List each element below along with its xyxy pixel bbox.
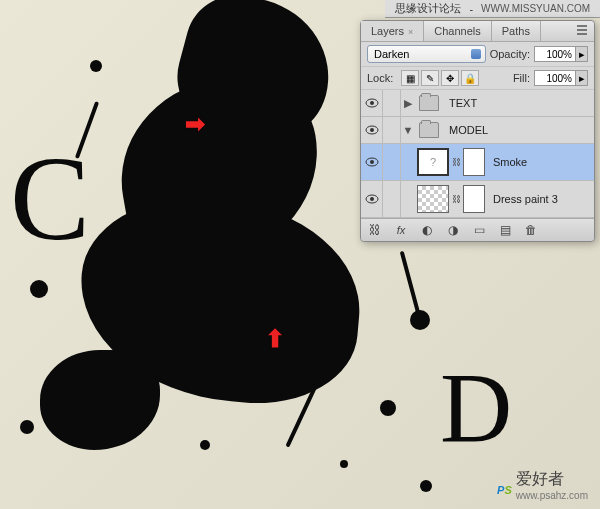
lock-label: Lock: [367, 72, 393, 84]
layer-mask-thumbnail[interactable] [463, 148, 485, 176]
annotation-arrow: ⬆ [265, 325, 285, 353]
annotation-arrow: ➡ [185, 110, 205, 138]
folder-icon [419, 122, 439, 138]
panel-footer: ⛓ fx ◐ ◑ ▭ ▤ 🗑 [361, 218, 594, 241]
layer-name[interactable]: Smoke [487, 156, 594, 168]
fill-input[interactable]: 100% [534, 70, 576, 86]
layer-thumbnail[interactable] [417, 185, 449, 213]
page-header: 思缘设计论坛 - WWW.MISSYUAN.COM [385, 0, 600, 18]
watermark: PS 爱好者 www.psahz.com [497, 469, 588, 501]
mask-link-icon[interactable]: ⛓ [451, 194, 461, 204]
paint-letter: P [70, 350, 126, 465]
svg-point-5 [370, 160, 374, 164]
close-icon[interactable]: × [408, 27, 413, 37]
visibility-toggle[interactable] [361, 90, 383, 116]
tab-layers[interactable]: Layers× [361, 21, 424, 41]
layer-smoke[interactable]: ? ⛓ Smoke [361, 144, 594, 181]
layer-group-text[interactable]: ▶ TEXT [361, 90, 594, 117]
link-column [383, 181, 401, 217]
layer-name[interactable]: TEXT [443, 97, 594, 109]
ink-dot [420, 480, 432, 492]
ink-dot [200, 440, 210, 450]
visibility-toggle[interactable] [361, 181, 383, 217]
ink-dot [340, 460, 348, 468]
link-column [383, 90, 401, 116]
ink-dot [30, 280, 48, 298]
svg-point-7 [370, 197, 374, 201]
folder-icon [419, 95, 439, 111]
new-layer-button[interactable]: ▤ [493, 221, 517, 239]
lock-row: Lock: ▦ ✎ ✥ 🔒 Fill: 100% ▸ [361, 67, 594, 90]
watermark-text: 爱好者 [516, 470, 564, 487]
tab-channels[interactable]: Channels [424, 21, 491, 41]
fill-label: Fill: [513, 72, 530, 84]
layer-dress-paint[interactable]: ⛓ Dress paint 3 [361, 181, 594, 218]
delete-layer-button[interactable]: 🗑 [519, 221, 543, 239]
blend-row: Darken Opacity: 100% ▸ [361, 42, 594, 67]
paint-letter: D [440, 350, 512, 465]
watermark-logo: PS [497, 469, 512, 501]
adjustment-layer-button[interactable]: ◑ [441, 221, 465, 239]
mask-link-icon[interactable]: ⛓ [451, 157, 461, 167]
svg-point-3 [370, 128, 374, 132]
ink-dot [380, 400, 396, 416]
layer-name[interactable]: Dress paint 3 [487, 193, 594, 205]
layer-thumbnail[interactable]: ? [417, 148, 449, 176]
expand-toggle[interactable]: ▼ [401, 124, 415, 136]
layers-list: ▶ TEXT ▼ MODEL ? ⛓ Smoke ⛓ D [361, 90, 594, 218]
link-column [383, 144, 401, 180]
svg-point-1 [370, 101, 374, 105]
visibility-toggle[interactable] [361, 144, 383, 180]
layer-group-model[interactable]: ▼ MODEL [361, 117, 594, 144]
ink-dot [20, 420, 34, 434]
ink-dot [90, 60, 102, 72]
opacity-label: Opacity: [490, 48, 530, 60]
site-title: 思缘设计论坛 [395, 1, 461, 16]
lock-transparency-button[interactable]: ▦ [401, 70, 419, 86]
link-column [383, 117, 401, 143]
tab-paths[interactable]: Paths [492, 21, 541, 41]
opacity-flyout[interactable]: ▸ [576, 46, 588, 62]
layer-fx-button[interactable]: fx [389, 221, 413, 239]
new-group-button[interactable]: ▭ [467, 221, 491, 239]
watermark-url: www.psahz.com [516, 490, 588, 501]
blend-mode-select[interactable]: Darken [367, 45, 486, 63]
opacity-input[interactable]: 100% [534, 46, 576, 62]
link-layers-button[interactable]: ⛓ [363, 221, 387, 239]
site-url[interactable]: WWW.MISSYUAN.COM [481, 3, 590, 14]
lock-position-button[interactable]: ✥ [441, 70, 459, 86]
lock-all-button[interactable]: 🔒 [461, 70, 479, 86]
layer-mask-thumbnail[interactable] [463, 185, 485, 213]
fill-flyout[interactable]: ▸ [576, 70, 588, 86]
layers-panel: Layers× Channels Paths Darken Opacity: 1… [360, 20, 595, 242]
panel-menu-button[interactable] [570, 21, 594, 41]
lock-pixels-button[interactable]: ✎ [421, 70, 439, 86]
panel-tabs: Layers× Channels Paths [361, 21, 594, 42]
visibility-toggle[interactable] [361, 117, 383, 143]
layer-name[interactable]: MODEL [443, 124, 594, 136]
add-mask-button[interactable]: ◐ [415, 221, 439, 239]
expand-toggle[interactable]: ▶ [401, 97, 415, 110]
